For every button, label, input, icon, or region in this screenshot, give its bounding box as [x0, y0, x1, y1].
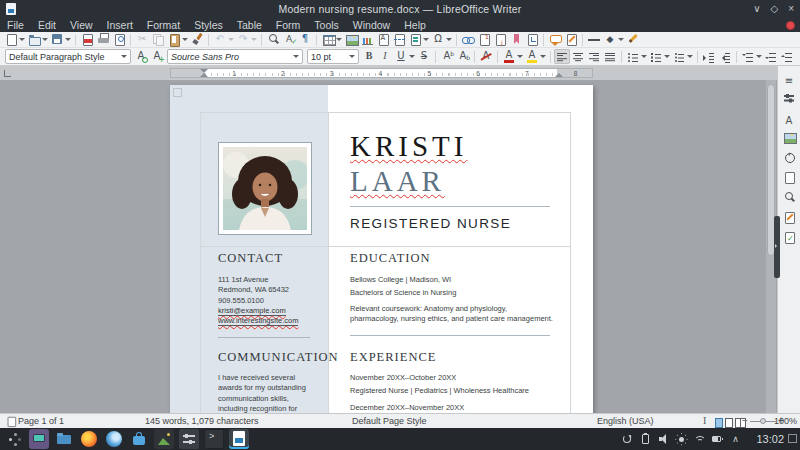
insert-field-button[interactable] [407, 32, 430, 47]
cut-button[interactable]: ✂ [134, 32, 150, 47]
text-language[interactable]: English (USA) [597, 414, 654, 428]
sidebar-hide-handle[interactable] [774, 216, 780, 278]
settings-toggles-icon[interactable] [179, 429, 199, 449]
undo-button[interactable]: ↶ [212, 32, 235, 47]
insert-page-break-button[interactable] [391, 32, 407, 47]
accessibility-check-tab[interactable] [782, 230, 796, 244]
chevron-down-icon[interactable] [423, 38, 429, 41]
chevron-down-icon[interactable] [446, 38, 452, 41]
show-desktop-button[interactable] [788, 434, 797, 443]
insert-endnote-button[interactable] [492, 32, 508, 47]
underline-button[interactable]: U [393, 49, 416, 64]
paragraph-style-combo[interactable]: Default Paragraph Style [5, 49, 131, 64]
insert-footnote-button[interactable] [476, 32, 492, 47]
superscript-button[interactable]: A [439, 49, 455, 64]
copy-button[interactable] [150, 32, 166, 47]
app-launcher-icon[interactable] [4, 429, 24, 449]
clipboard-manager-icon[interactable] [638, 432, 653, 447]
menu-format[interactable]: Format [140, 18, 187, 32]
menu-help[interactable]: Help [397, 18, 433, 32]
minimize-button[interactable]: ∨ [753, 0, 760, 18]
clear-direct-formatting-button[interactable]: A [478, 49, 494, 64]
firefox-icon[interactable] [79, 429, 99, 449]
wifi-icon[interactable] [692, 432, 707, 447]
ruler-corner-icon[interactable] [4, 70, 11, 77]
chevron-down-icon[interactable] [121, 55, 127, 58]
insert-image-button[interactable] [343, 32, 359, 47]
insert-special-character-button[interactable]: Ω [430, 32, 453, 47]
image-gallery-icon[interactable] [154, 429, 174, 449]
navigator-tab[interactable] [782, 150, 796, 164]
libreoffice-writer-icon[interactable] [229, 429, 249, 449]
align-left-button[interactable] [554, 49, 570, 64]
font-color-button[interactable]: A [501, 49, 524, 64]
font-name-combo[interactable]: Source Sans Pro [167, 49, 303, 64]
terminal-icon[interactable] [204, 429, 224, 449]
show-draw-functions-button[interactable] [625, 32, 641, 47]
chevron-down-icon[interactable] [687, 55, 693, 58]
insert-bookmark-button[interactable] [508, 32, 524, 47]
volume-icon[interactable] [656, 432, 671, 447]
chevron-down-icon[interactable] [349, 55, 355, 58]
email-link[interactable]: kristi@example.com [218, 306, 286, 316]
formatting-marks-button[interactable]: ¶ [297, 32, 313, 47]
track-changes-button[interactable] [563, 32, 579, 47]
insert-cross-reference-button[interactable] [524, 32, 540, 47]
zoom-out-button[interactable]: − [742, 414, 748, 428]
page-count[interactable]: Page 1 of 1 [18, 414, 64, 428]
font-size-combo[interactable]: 10 pt [307, 49, 359, 64]
chevron-down-icon[interactable] [756, 55, 762, 58]
sidebar-settings-tab[interactable]: ≡ [782, 70, 796, 84]
chevron-down-icon[interactable] [540, 55, 546, 58]
page-style[interactable]: Default Page Style [352, 414, 427, 428]
chevron-down-icon[interactable] [251, 38, 257, 41]
toggle-print-preview-button[interactable] [111, 32, 127, 47]
styles-tab[interactable]: A [782, 110, 796, 124]
increase-paragraph-spacing-button[interactable] [763, 49, 779, 64]
brightness-icon[interactable] [674, 432, 689, 447]
new-document-button[interactable] [3, 32, 26, 47]
close-button[interactable]: × [788, 0, 794, 18]
chevron-down-icon[interactable] [641, 55, 647, 58]
taskbar-clock[interactable]: 13:02 [756, 428, 784, 450]
chevron-down-icon[interactable] [664, 55, 670, 58]
gallery-tab[interactable] [782, 130, 796, 144]
unordered-list-button[interactable] [625, 49, 648, 64]
menu-table[interactable]: Table [230, 18, 269, 32]
menu-view[interactable]: View [63, 18, 100, 32]
insert-comment-button[interactable] [547, 32, 563, 47]
redo-button[interactable]: ↷ [235, 32, 258, 47]
chevron-down-icon[interactable] [409, 55, 415, 58]
set-line-spacing-button[interactable] [740, 49, 763, 64]
align-justified-button[interactable] [602, 49, 618, 64]
insert-horizontal-line-button[interactable] [586, 32, 602, 47]
expand-tray-icon[interactable]: ∧ [728, 432, 743, 447]
align-center-button[interactable] [570, 49, 586, 64]
page-tab[interactable] [782, 170, 796, 184]
chevron-down-icon[interactable] [42, 38, 48, 41]
maximize-button[interactable]: ◇ [770, 0, 778, 18]
discover-icon[interactable] [129, 429, 149, 449]
menu-file[interactable]: File [0, 18, 31, 32]
chevron-down-icon[interactable] [517, 55, 523, 58]
right-indent-marker[interactable] [555, 73, 563, 77]
menu-insert[interactable]: Insert [100, 18, 140, 32]
insert-hyperlink-button[interactable] [460, 32, 476, 47]
title-bar[interactable]: Modern nursing resume.docx — LibreOffice… [0, 0, 800, 18]
save-button[interactable] [49, 32, 72, 47]
chevron-down-icon[interactable] [19, 38, 25, 41]
paste-button[interactable] [166, 32, 189, 47]
web-browser-icon[interactable] [104, 429, 124, 449]
style-inspector-tab[interactable] [782, 190, 796, 204]
menu-form[interactable]: Form [269, 18, 308, 32]
outline-format-button[interactable] [671, 49, 694, 64]
chevron-down-icon[interactable] [336, 38, 342, 41]
open-button[interactable] [26, 32, 49, 47]
single-page-view-button[interactable] [715, 418, 723, 428]
document-page[interactable]: KRISTI LAAR REGISTERED NURSE CONTACT 111… [170, 85, 593, 413]
chevron-down-icon[interactable] [618, 38, 624, 41]
updates-icon[interactable] [620, 432, 635, 447]
insert-text-box-button[interactable] [375, 32, 391, 47]
insert-chart-button[interactable] [359, 32, 375, 47]
left-indent-marker[interactable] [200, 73, 208, 77]
